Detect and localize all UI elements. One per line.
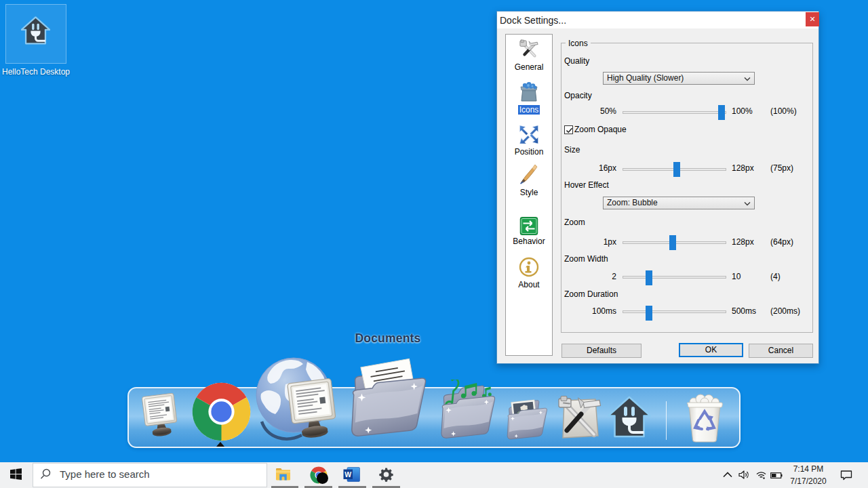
svg-text:W: W (344, 470, 351, 479)
